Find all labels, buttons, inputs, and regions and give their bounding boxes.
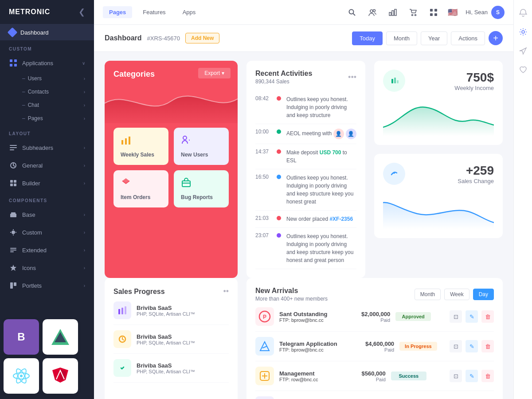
sidebar-item-base[interactable]: Base › [0,206,94,223]
custom-icon [9,228,18,237]
export-button[interactable]: Export ▾ [198,68,231,78]
users-label: Users [28,75,42,82]
icons-label: Icons [22,265,36,271]
sidebar-item-extended[interactable]: Extended › [0,241,94,259]
sidebar-item-dashboard[interactable]: Dashboard [0,24,94,40]
sidebar-item-custom[interactable]: Custom › [0,223,94,241]
arrival-row-1: P Sant Outstanding FTP: bprow@bnc.cc $2,… [255,302,494,332]
users-icon[interactable] [366,6,379,19]
sidebar-item-portlets[interactable]: Portlets › [0,277,94,294]
rs-send-icon[interactable] [519,47,527,57]
portlets-icon [9,281,18,290]
activity-time-3: 14:37 [255,149,271,155]
search-icon[interactable] [346,6,358,19]
flag-icon[interactable]: 🇺🇸 [448,8,458,17]
svg-point-46 [183,136,187,140]
arrival-actions-3: ⊡ ✎ 🗑 [450,370,494,382]
base-icon [9,210,18,219]
add-new-button[interactable]: Add New [185,33,219,43]
rs-bell-icon[interactable] [519,9,527,19]
sidebar-item-subheaders[interactable]: Subheaders › [0,139,94,156]
month-button[interactable]: Month [386,31,417,45]
filter-month[interactable]: Month [415,289,441,300]
bootstrap-logo[interactable]: B [4,319,39,355]
action-edit-1[interactable]: ✎ [466,310,478,323]
sales-progress-title: Sales Progress [113,288,165,296]
activity-dot-2 [277,129,281,134]
action-copy-1[interactable]: ⊡ [450,310,462,323]
arrivals-header: New Arrivals More than 400+ new members … [255,287,494,302]
components-section-label: COMPONENTS [0,192,94,206]
categories-wave [105,83,238,123]
sidebar-sub-users[interactable]: – Users › [0,72,94,85]
sidebar-sub-pages[interactable]: – Pages › [0,112,94,125]
sidebar-sub-chat[interactable]: – Chat › [0,98,94,112]
user-menu[interactable]: Hi, Sean S [466,6,505,19]
rs-heart-icon[interactable] [519,66,527,76]
cart-icon[interactable] [407,6,419,19]
action-copy-3[interactable]: ⊡ [450,370,462,382]
sales-progress-menu[interactable]: •• [223,287,229,296]
sidebar-item-icons[interactable]: Icons › [0,259,94,277]
sidebar-sub-contacts[interactable]: – Contacts › [0,85,94,98]
sales-change-chart [383,189,494,229]
activity-text-4: Outlines keep you honest. Indulging in p… [286,174,356,206]
svg-rect-6 [10,149,14,150]
action-edit-3[interactable]: ✎ [466,370,478,382]
action-delete-1[interactable]: 🗑 [481,310,494,323]
svg-point-37 [412,14,413,16]
action-copy-2[interactable]: ⊡ [450,340,462,352]
svg-rect-40 [434,9,437,12]
action-edit-2[interactable]: ✎ [466,340,478,352]
sidebar-toggle-icon[interactable]: ❮ [78,7,85,17]
svg-rect-35 [392,11,394,16]
progress-sub-2: PHP, SQLite, Artisan CLI™ [137,340,195,345]
angular-logo[interactable] [43,358,78,394]
sidebar-item-applications[interactable]: Applications ∨ [0,54,94,72]
sales-change-icon [383,163,405,185]
svg-rect-13 [11,212,16,214]
sub-card-new-users[interactable]: New Users [174,128,229,165]
sub-card-bug-reports[interactable]: Bug Reports [174,170,229,207]
weekly-income-label: Weekly Income [454,85,494,91]
filter-week[interactable]: Week [444,289,469,300]
action-delete-3[interactable]: 🗑 [481,370,494,382]
sub-card-item-orders[interactable]: Item Orders [113,170,168,207]
arrival-status-2: In Progress [399,342,437,351]
add-button[interactable]: + [489,31,503,45]
svg-rect-43 [121,140,123,145]
arrival-ftp-1: FTP: bprow@bnc.cc [279,317,327,323]
tab-features[interactable]: Features [137,6,172,18]
income-icon [383,70,405,92]
grid-icon[interactable] [427,6,440,19]
actions-button[interactable]: Actions [451,31,485,45]
filter-day[interactable]: Day [473,289,494,300]
sidebar-item-builder[interactable]: Builder › [0,174,94,192]
tab-pages[interactable]: Pages [103,6,132,18]
rs-settings-icon[interactable] [519,28,527,38]
sidebar-item-general[interactable]: General › [0,156,94,174]
svg-rect-16 [10,250,16,250]
arrival-status-1: Approved [395,312,431,321]
svg-rect-19 [10,282,13,289]
activities-menu[interactable]: ••• [348,73,356,82]
arrival-ftp-3: FTP: row@bnc.cc [279,377,318,382]
topnav: Pages Features Apps 🇺🇸 Hi, Sean [94,0,513,25]
action-delete-2[interactable]: 🗑 [481,340,494,352]
general-icon [9,161,18,170]
applications-chevron[interactable]: ∨ [82,61,85,66]
arrival-row-3: Management FTP: row@bnc.cc $560,000 Paid… [255,361,494,391]
builder-label: Builder [22,180,40,187]
sales-change-card: +259 Sales Change [374,154,503,238]
svg-point-54 [393,172,395,174]
svg-rect-42 [434,13,437,16]
arrival-status-3: Success [391,372,426,380]
chart-icon[interactable] [387,6,399,19]
vue-logo[interactable] [43,319,78,355]
tab-apps[interactable]: Apps [176,6,202,18]
today-button[interactable]: Today [352,31,383,45]
react-logo[interactable] [4,358,39,394]
year-button[interactable]: Year [421,31,447,45]
arrivals-filter: Month Week Day [415,289,494,300]
sub-card-weekly-sales[interactable]: Weekly Sales [113,128,168,165]
